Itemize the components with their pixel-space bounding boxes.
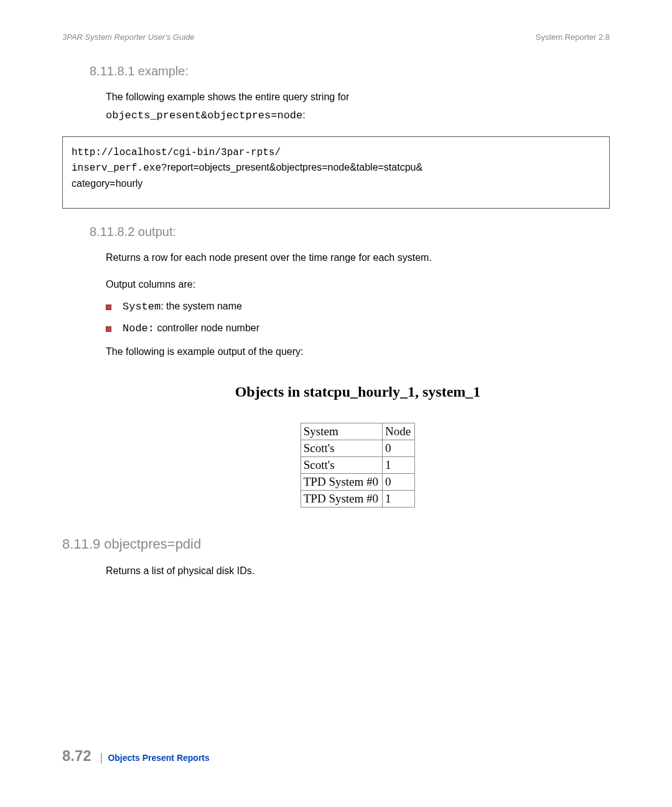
table-header: Node: [383, 423, 415, 440]
url-code-box: http://localhost/cgi-bin/3par-rpts/ inse…: [62, 136, 610, 209]
list-item: Node: controller node number: [106, 323, 610, 334]
footer-divider: |: [100, 751, 103, 764]
example-intro: The following example shows the entire q…: [106, 90, 610, 105]
header-right: System Reporter 2.8: [536, 32, 610, 42]
output-example-label: The following is example output of the q…: [106, 344, 610, 360]
table-row: TPD System #0 0: [301, 474, 415, 491]
list-item-text: System: the system name: [123, 301, 242, 313]
list-item-text: Node: controller node number: [123, 323, 259, 334]
bullet-icon: [106, 326, 111, 332]
pdid-desc: Returns a list of physical disk IDs.: [106, 564, 610, 579]
example-inline-code-line: objects_present&objectpres=node:: [106, 108, 610, 124]
page-header: 3PAR System Reporter User's Guide System…: [62, 32, 610, 42]
output-columns-list: System: the system name Node: controller…: [106, 301, 610, 334]
table-row: TPD System #0 1: [301, 491, 415, 507]
list-item: System: the system name: [106, 301, 610, 313]
bullet-icon: [106, 304, 111, 310]
header-left: 3PAR System Reporter User's Guide: [62, 32, 194, 42]
table-row: Scott's 1: [301, 457, 415, 474]
figure-title: Objects in statcpu_hourly_1, system_1: [106, 384, 610, 400]
table-row: Scott's 0: [301, 440, 415, 457]
output-desc: Returns a row for each node present over…: [106, 250, 610, 266]
heading-pdid: 8.11.9 objectpres=pdid: [62, 536, 610, 552]
url-line-2: inserv_perf.exe?report=objects_present&o…: [72, 160, 600, 176]
heading-output: 8.11.8.2 output:: [90, 225, 610, 239]
example-inline-code: objects_present&objectpres=node: [106, 110, 302, 121]
page-number: 8.72: [62, 747, 91, 765]
page-footer: 8.72 | Objects Present Reports: [62, 747, 610, 765]
table-header: System: [301, 423, 382, 440]
footer-section-link[interactable]: Objects Present Reports: [108, 753, 209, 763]
url-line-3: category=hourly: [72, 176, 600, 191]
table-header-row: System Node: [301, 423, 415, 440]
output-columns-label: Output columns are:: [106, 277, 610, 293]
url-line-1: http://localhost/cgi-bin/3par-rpts/: [72, 146, 600, 160]
output-table: System Node Scott's 0 Scott's 1 TPD Syst…: [301, 423, 416, 507]
heading-example: 8.11.8.1 example:: [90, 64, 610, 78]
